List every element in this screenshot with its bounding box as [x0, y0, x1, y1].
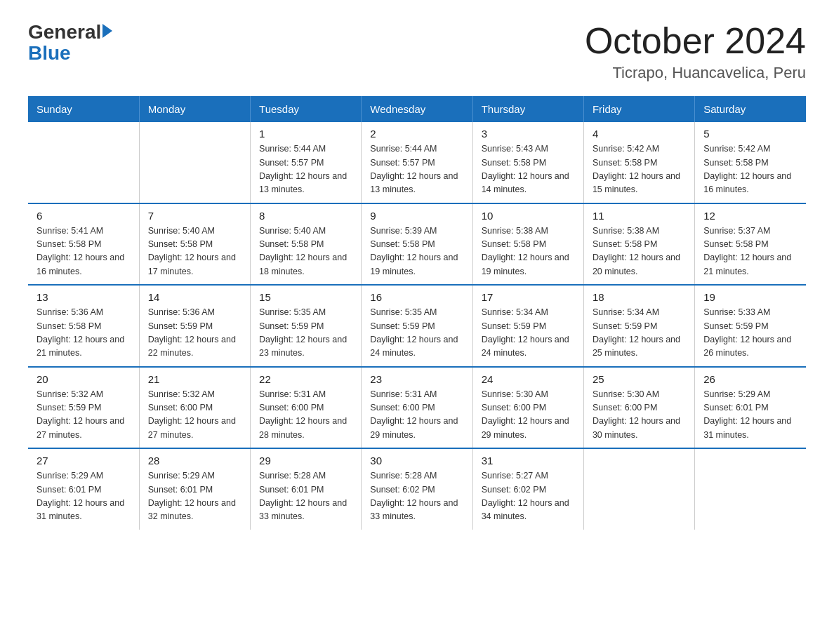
calendar-cell [28, 122, 139, 203]
day-number: 22 [259, 373, 352, 385]
calendar-cell: 11Sunrise: 5:38 AMSunset: 5:58 PMDayligh… [583, 203, 694, 286]
day-number: 18 [593, 291, 686, 303]
day-info: Sunrise: 5:40 AMSunset: 5:58 PMDaylight:… [259, 224, 352, 279]
weekday-header-wednesday: Wednesday [362, 96, 472, 122]
calendar-cell: 2Sunrise: 5:44 AMSunset: 5:57 PMDaylight… [362, 122, 472, 203]
calendar-cell: 9Sunrise: 5:39 AMSunset: 5:58 PMDaylight… [362, 203, 472, 286]
day-info: Sunrise: 5:42 AMSunset: 5:58 PMDaylight:… [593, 142, 686, 197]
day-number: 28 [148, 455, 241, 467]
day-number: 3 [482, 128, 575, 140]
month-year-title: October 2024 [585, 21, 806, 61]
day-number: 25 [593, 373, 686, 385]
calendar-week-4: 20Sunrise: 5:32 AMSunset: 5:59 PMDayligh… [28, 367, 806, 449]
calendar-week-2: 6Sunrise: 5:41 AMSunset: 5:58 PMDaylight… [28, 203, 806, 286]
day-info: Sunrise: 5:30 AMSunset: 6:00 PMDaylight:… [482, 388, 575, 443]
day-number: 26 [703, 373, 797, 385]
day-info: Sunrise: 5:36 AMSunset: 5:59 PMDaylight:… [148, 306, 241, 361]
day-info: Sunrise: 5:30 AMSunset: 6:00 PMDaylight:… [593, 388, 686, 443]
calendar-cell: 29Sunrise: 5:28 AMSunset: 6:01 PMDayligh… [251, 448, 362, 530]
calendar-cell: 12Sunrise: 5:37 AMSunset: 5:58 PMDayligh… [695, 203, 806, 286]
calendar-cell: 5Sunrise: 5:42 AMSunset: 5:58 PMDaylight… [695, 122, 806, 203]
calendar-cell: 27Sunrise: 5:29 AMSunset: 6:01 PMDayligh… [28, 448, 139, 530]
weekday-header-friday: Friday [583, 96, 694, 122]
day-info: Sunrise: 5:32 AMSunset: 5:59 PMDaylight:… [37, 388, 131, 443]
day-number: 23 [370, 373, 463, 385]
day-number: 15 [259, 291, 352, 303]
calendar-cell: 8Sunrise: 5:40 AMSunset: 5:58 PMDaylight… [251, 203, 362, 286]
calendar-cell: 1Sunrise: 5:44 AMSunset: 5:57 PMDaylight… [251, 122, 362, 203]
day-number: 7 [148, 210, 241, 222]
day-number: 10 [482, 210, 575, 222]
day-info: Sunrise: 5:31 AMSunset: 6:00 PMDaylight:… [370, 388, 463, 443]
location-subtitle: Ticrapo, Huancavelica, Peru [585, 64, 806, 82]
day-info: Sunrise: 5:29 AMSunset: 6:01 PMDaylight:… [703, 388, 797, 443]
day-info: Sunrise: 5:29 AMSunset: 6:01 PMDaylight:… [148, 469, 241, 524]
day-number: 27 [37, 455, 131, 467]
calendar-cell: 28Sunrise: 5:29 AMSunset: 6:01 PMDayligh… [139, 448, 250, 530]
calendar-cell: 16Sunrise: 5:35 AMSunset: 5:59 PMDayligh… [362, 285, 472, 367]
day-info: Sunrise: 5:31 AMSunset: 6:00 PMDaylight:… [259, 388, 352, 443]
calendar-cell: 3Sunrise: 5:43 AMSunset: 5:58 PMDaylight… [472, 122, 583, 203]
day-number: 5 [703, 128, 797, 140]
calendar-cell: 14Sunrise: 5:36 AMSunset: 5:59 PMDayligh… [139, 285, 250, 367]
calendar-cell: 25Sunrise: 5:30 AMSunset: 6:00 PMDayligh… [583, 367, 694, 449]
calendar-cell: 26Sunrise: 5:29 AMSunset: 6:01 PMDayligh… [695, 367, 806, 449]
calendar-week-5: 27Sunrise: 5:29 AMSunset: 6:01 PMDayligh… [28, 448, 806, 530]
day-info: Sunrise: 5:32 AMSunset: 6:00 PMDaylight:… [148, 388, 241, 443]
calendar-header-row: SundayMondayTuesdayWednesdayThursdayFrid… [28, 96, 806, 122]
weekday-header-tuesday: Tuesday [251, 96, 362, 122]
day-number: 13 [37, 291, 131, 303]
calendar-cell [695, 448, 806, 530]
day-number: 2 [370, 128, 463, 140]
logo-arrow-icon [102, 24, 112, 38]
day-info: Sunrise: 5:34 AMSunset: 5:59 PMDaylight:… [482, 306, 575, 361]
day-number: 20 [37, 373, 131, 385]
calendar-cell: 24Sunrise: 5:30 AMSunset: 6:00 PMDayligh… [472, 367, 583, 449]
day-number: 4 [593, 128, 686, 140]
calendar-table: SundayMondayTuesdayWednesdayThursdayFrid… [28, 96, 806, 530]
calendar-cell: 23Sunrise: 5:31 AMSunset: 6:00 PMDayligh… [362, 367, 472, 449]
calendar-cell: 22Sunrise: 5:31 AMSunset: 6:00 PMDayligh… [251, 367, 362, 449]
day-info: Sunrise: 5:37 AMSunset: 5:58 PMDaylight:… [703, 224, 797, 279]
page-header: General Blue October 2024 Ticrapo, Huanc… [28, 21, 806, 82]
calendar-cell: 6Sunrise: 5:41 AMSunset: 5:58 PMDaylight… [28, 203, 139, 286]
calendar-cell: 21Sunrise: 5:32 AMSunset: 6:00 PMDayligh… [139, 367, 250, 449]
calendar-cell: 31Sunrise: 5:27 AMSunset: 6:02 PMDayligh… [472, 448, 583, 530]
logo: General Blue [28, 21, 112, 63]
day-number: 9 [370, 210, 463, 222]
day-number: 11 [593, 210, 686, 222]
day-info: Sunrise: 5:29 AMSunset: 6:01 PMDaylight:… [37, 469, 131, 524]
day-number: 16 [370, 291, 463, 303]
day-number: 1 [259, 128, 352, 140]
calendar-cell: 17Sunrise: 5:34 AMSunset: 5:59 PMDayligh… [472, 285, 583, 367]
day-info: Sunrise: 5:40 AMSunset: 5:58 PMDaylight:… [148, 224, 241, 279]
day-info: Sunrise: 5:35 AMSunset: 5:59 PMDaylight:… [370, 306, 463, 361]
day-info: Sunrise: 5:38 AMSunset: 5:58 PMDaylight:… [593, 224, 686, 279]
day-number: 31 [482, 455, 575, 467]
calendar-cell: 18Sunrise: 5:34 AMSunset: 5:59 PMDayligh… [583, 285, 694, 367]
day-number: 14 [148, 291, 241, 303]
day-info: Sunrise: 5:44 AMSunset: 5:57 PMDaylight:… [370, 142, 463, 197]
day-number: 17 [482, 291, 575, 303]
day-number: 21 [148, 373, 241, 385]
day-number: 29 [259, 455, 352, 467]
weekday-header-sunday: Sunday [28, 96, 139, 122]
calendar-cell: 7Sunrise: 5:40 AMSunset: 5:58 PMDaylight… [139, 203, 250, 286]
calendar-cell: 13Sunrise: 5:36 AMSunset: 5:58 PMDayligh… [28, 285, 139, 367]
calendar-cell: 10Sunrise: 5:38 AMSunset: 5:58 PMDayligh… [472, 203, 583, 286]
calendar-week-3: 13Sunrise: 5:36 AMSunset: 5:58 PMDayligh… [28, 285, 806, 367]
calendar-cell: 19Sunrise: 5:33 AMSunset: 5:59 PMDayligh… [695, 285, 806, 367]
calendar-cell [583, 448, 694, 530]
day-info: Sunrise: 5:43 AMSunset: 5:58 PMDaylight:… [482, 142, 575, 197]
day-number: 30 [370, 455, 463, 467]
day-info: Sunrise: 5:38 AMSunset: 5:58 PMDaylight:… [482, 224, 575, 279]
day-number: 12 [703, 210, 797, 222]
calendar-week-1: 1Sunrise: 5:44 AMSunset: 5:57 PMDaylight… [28, 122, 806, 203]
day-info: Sunrise: 5:44 AMSunset: 5:57 PMDaylight:… [259, 142, 352, 197]
day-info: Sunrise: 5:36 AMSunset: 5:58 PMDaylight:… [37, 306, 131, 361]
day-info: Sunrise: 5:35 AMSunset: 5:59 PMDaylight:… [259, 306, 352, 361]
day-info: Sunrise: 5:41 AMSunset: 5:58 PMDaylight:… [37, 224, 131, 279]
calendar-cell: 4Sunrise: 5:42 AMSunset: 5:58 PMDaylight… [583, 122, 694, 203]
day-number: 19 [703, 291, 797, 303]
day-info: Sunrise: 5:33 AMSunset: 5:59 PMDaylight:… [703, 306, 797, 361]
